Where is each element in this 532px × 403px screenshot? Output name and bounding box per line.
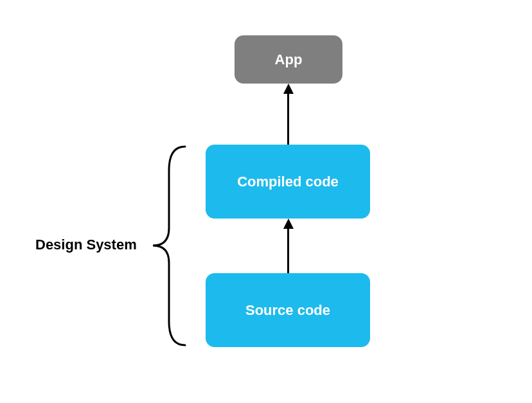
arrow-line — [287, 226, 289, 273]
node-app: App — [235, 35, 342, 84]
node-source-label: Source code — [245, 302, 330, 319]
node-compiled: Compiled code — [206, 145, 370, 219]
design-system-diagram: App Compiled code Source code Design Sys… — [0, 0, 532, 403]
node-compiled-label: Compiled code — [237, 174, 339, 190]
group-label: Design System — [35, 237, 137, 253]
node-app-label: App — [275, 51, 303, 68]
brace-icon — [146, 145, 191, 347]
node-source: Source code — [206, 273, 370, 347]
arrow-line — [287, 91, 289, 145]
